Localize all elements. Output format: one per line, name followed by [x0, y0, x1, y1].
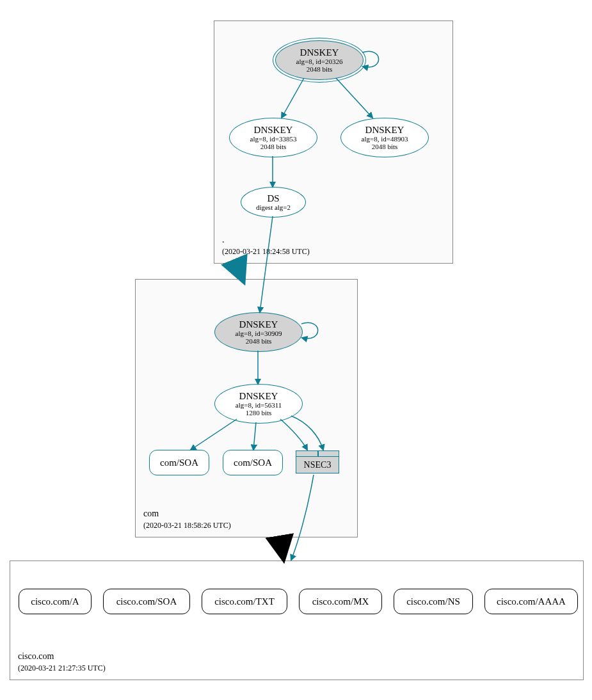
- node-com-soa2: com/SOA: [223, 450, 283, 475]
- nsec3-label: NSEC3: [296, 457, 339, 473]
- node-root-zsk1: DNSKEY alg=8, id=33853 2048 bits: [229, 118, 317, 157]
- root-ksk-alg: alg=8, id=20326: [296, 58, 343, 65]
- zone-root-timestamp: (2020-03-21 18:24:58 UTC): [222, 247, 310, 257]
- root-zsk2-title: DNSKEY: [365, 125, 404, 136]
- com-ksk-alg: alg=8, id=30909: [236, 330, 282, 337]
- zone-cisco: cisco.com (2020-03-21 21:27:35 UTC): [10, 561, 584, 680]
- node-cisco-mx: cisco.com/MX: [299, 589, 382, 614]
- com-zsk-alg: alg=8, id=56311: [236, 401, 282, 409]
- zone-root-label: .: [222, 235, 225, 245]
- zone-cisco-label: cisco.com: [18, 651, 54, 662]
- node-root-ds: DS digest alg=2: [241, 187, 306, 218]
- root-ds-title: DS: [267, 193, 279, 204]
- com-zsk-bits: 1280 bits: [246, 409, 272, 417]
- root-zsk2-alg: alg=8, id=48903: [362, 135, 408, 143]
- root-ds-alg: digest alg=2: [256, 203, 291, 211]
- node-com-zsk: DNSKEY alg=8, id=56311 1280 bits: [214, 384, 303, 424]
- node-cisco-a: cisco.com/A: [19, 589, 92, 614]
- root-zsk1-bits: 2048 bits: [260, 143, 287, 150]
- root-ksk-bits: 2048 bits: [307, 65, 333, 73]
- root-zsk1-alg: alg=8, id=33853: [250, 135, 297, 143]
- node-cisco-ns: cisco.com/NS: [394, 589, 473, 614]
- node-root-ksk: DNSKEY alg=8, id=20326 2048 bits: [275, 40, 364, 80]
- zone-com-timestamp: (2020-03-21 18:58:26 UTC): [143, 521, 231, 530]
- node-cisco-soa: cisco.com/SOA: [103, 589, 190, 614]
- node-com-ksk: DNSKEY alg=8, id=30909 2048 bits: [214, 312, 303, 352]
- root-zsk1-title: DNSKEY: [254, 125, 293, 136]
- root-zsk2-bits: 2048 bits: [372, 143, 398, 150]
- node-nsec3: NSEC3: [296, 450, 339, 473]
- root-ksk-title: DNSKEY: [300, 47, 339, 58]
- nsec3-top: [296, 450, 339, 457]
- zone-cisco-timestamp: (2020-03-21 21:27:35 UTC): [18, 664, 106, 673]
- node-cisco-txt: cisco.com/TXT: [202, 589, 287, 614]
- node-com-soa1: com/SOA: [149, 450, 209, 475]
- node-cisco-aaaa: cisco.com/AAAA: [484, 589, 578, 614]
- com-ksk-bits: 2048 bits: [246, 337, 272, 345]
- com-zsk-title: DNSKEY: [239, 391, 278, 402]
- node-root-zsk2: DNSKEY alg=8, id=48903 2048 bits: [340, 118, 429, 157]
- com-ksk-title: DNSKEY: [239, 319, 278, 330]
- zone-com-label: com: [143, 509, 159, 519]
